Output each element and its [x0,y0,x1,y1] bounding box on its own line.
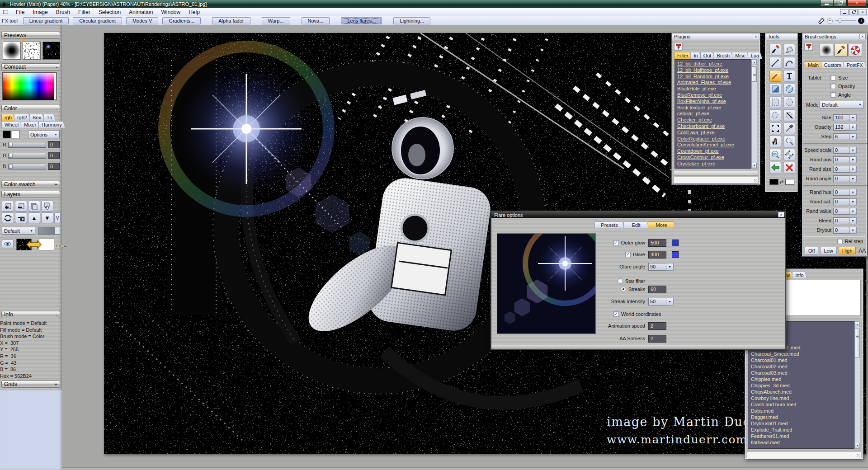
brush-file-item[interactable]: ChipsAbunch.med [751,389,851,395]
brush-file-item[interactable]: Charcoal_Smear.med [751,351,851,357]
outer-glow-checkbox[interactable]: ✓ [613,240,619,245]
tab-filter[interactable]: Filter [674,52,691,59]
brush-file-item[interactable]: Charcoal01.med [751,357,851,363]
r-value[interactable]: 0 [48,141,60,148]
param-value[interactable]: 0 [833,227,849,234]
brush-settings-titlebar[interactable]: Brush settings × [802,33,867,40]
toolbar-button[interactable]: Alpha fader [212,17,250,24]
tab-presets[interactable]: Presets [594,221,624,228]
section-header-grids[interactable]: Grids + [1,381,60,388]
color-tab[interactable]: Wheel [1,121,22,128]
param-value[interactable]: 0 [833,189,849,196]
stylus-icon[interactable] [818,18,825,24]
tab-misc[interactable]: Misc [732,52,749,59]
collapse-toggle[interactable]: - [56,33,57,38]
param-value[interactable]: 0 [833,156,849,163]
swap-layers-icon[interactable] [26,240,42,249]
color-options-dropdown[interactable]: Options ▼ [28,131,60,138]
color-tab[interactable]: rgb [1,114,15,121]
polygon-select-tool[interactable] [783,109,795,121]
line-tool[interactable] [769,57,781,69]
animation-speed-value[interactable]: 2 [648,322,666,330]
rel-step-checkbox[interactable]: ✓ [837,239,843,244]
paint-mode-button[interactable] [834,44,848,56]
duplicate-layer-button[interactable] [28,201,40,212]
tab-edit[interactable]: Edit [623,221,649,228]
zoom-100-tool[interactable]: 100 [769,149,781,160]
slider-thumb[interactable] [9,143,13,147]
merge-down-button[interactable] [41,201,53,212]
streaks-value[interactable]: 60 [648,286,666,293]
param-value[interactable]: 0 [833,208,849,215]
plugin-file-link[interactable]: Crystalize_pf.exe [677,161,749,167]
section-header-color-swatch[interactable]: Color swatch + [1,181,60,188]
toolbar-button[interactable]: Warp... [262,17,290,24]
close-icon[interactable]: × [753,34,759,39]
collapse-toggle[interactable]: - [56,312,57,317]
zoom-slider[interactable] [835,20,856,21]
plugin-file-link[interactable]: BoxFilterAlpha_pf.exe [677,99,749,105]
add-layer-button[interactable] [2,201,14,212]
param-value[interactable]: 132 [833,124,849,131]
outer-glow-value[interactable]: 500 [648,239,666,247]
param-value[interactable]: 0 [833,198,849,205]
collapse-toggle[interactable]: - [56,64,57,70]
fill-bucket-tool[interactable] [783,44,795,56]
dropdown-arrow-icon[interactable]: ▼ [849,114,857,121]
layer-mode-dropdown[interactable]: Default ▼ [2,227,35,235]
plugin-file-link[interactable]: ColdLava_pf.exe [677,130,749,136]
compact-scrollbar[interactable] [54,73,57,100]
plugin-file-link[interactable]: Brick texture_pf.exe [677,105,749,111]
curve-tool[interactable] [783,57,795,69]
brush-file-item[interactable]: Drybrush01.med [751,420,851,427]
scroll-up-icon[interactable]: ▲ [855,322,860,327]
quality-aa-label[interactable]: AA [859,248,866,254]
plugin-file-link[interactable]: CrossContour_pf.exe [677,155,749,161]
dropdown-arrow-icon[interactable]: ▼ [849,227,857,234]
color-tab[interactable]: Mixer [21,121,39,128]
toolbar-button[interactable]: Gradients... [162,17,201,24]
section-header-layers[interactable]: Layers - [1,191,60,198]
menu-item[interactable]: Help [184,9,204,16]
foreground-color-swatch[interactable] [769,179,778,185]
brush-file-item[interactable]: Charcoal02.med [751,363,851,370]
cycle-layers-button[interactable] [2,212,14,223]
move-tool[interactable] [783,149,795,160]
streaks-radio[interactable] [621,287,626,292]
quality-high-button[interactable]: High [839,247,856,254]
menu-item[interactable]: Window [157,9,184,16]
crop-tool[interactable] [769,122,781,134]
brush-dab-preview-button[interactable] [820,44,833,56]
lifesaver-button[interactable] [849,44,862,56]
brush-file-item[interactable]: Chippies.med [751,376,851,382]
section-header-previews[interactable]: Previews - [1,32,60,39]
section-header-info[interactable]: Info - [1,311,60,318]
plugin-file-link[interactable]: 12_bit_Halftone_pf.exe [677,67,749,74]
brush-texture-preview[interactable] [23,42,41,60]
dropdown-arrow-icon[interactable]: ▼ [666,298,674,306]
tab-main[interactable]: Main [805,61,822,68]
dropdown-arrow-icon[interactable]: ▼ [849,198,857,205]
param-value[interactable]: 0 [833,147,849,154]
toolbar-button[interactable]: Modes V [126,17,158,24]
image-preview[interactable] [42,42,60,60]
quality-low-button[interactable]: Low [820,247,836,254]
dropdown-arrow-icon[interactable]: ▼ [849,175,857,182]
scrollbar-thumb[interactable] [752,66,757,82]
toolbar-button[interactable]: Nova... [302,17,330,24]
plugin-file-link[interactable]: Checkerboard_pf.exe [677,123,749,130]
menu-item[interactable]: Image [28,9,52,16]
dropdown-arrow-icon[interactable]: ▼ [849,217,857,224]
document-icon[interactable] [3,10,8,14]
glare-value[interactable]: 400 [648,251,666,258]
glare-color-swatch[interactable] [672,251,679,258]
menu-item[interactable]: Animation [125,9,157,16]
param-value[interactable]: 0 [833,175,849,182]
tab-lua[interactable]: Lua [748,52,762,59]
collapse-toggle[interactable]: + [55,381,57,387]
dropdown-arrow-icon[interactable]: ▼ [849,166,857,173]
flare-dialog-titlebar[interactable]: Flare options × [491,212,785,218]
restore-button[interactable] [834,0,847,7]
brush-file-item[interactable]: Chippies_3d.med [751,382,851,389]
minimize-button[interactable] [820,0,833,7]
